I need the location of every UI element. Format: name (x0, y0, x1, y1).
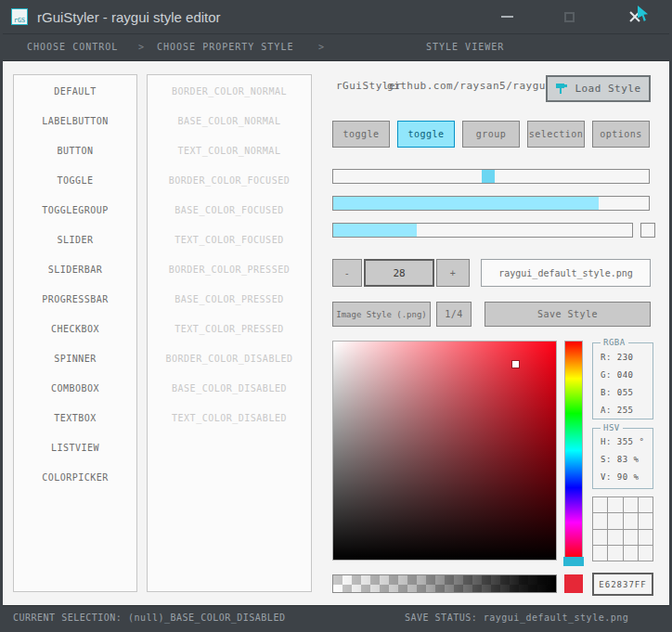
list-item-sliderbar[interactable]: SLIDERBAR (14, 255, 136, 285)
hsv-h-value[interactable]: H: 355 ° (593, 433, 653, 451)
hsv-groupbox: HSV H: 355 ° S: 83 % V: 90 % (592, 428, 653, 489)
current-color-swatch (564, 574, 583, 593)
spinner-minus-button[interactable]: - (332, 259, 362, 287)
section-header-bar: CHOOSE CONTROL > CHOOSE PROPERTY STYLE >… (3, 33, 669, 61)
hex-value-box[interactable]: E62837FF (592, 573, 653, 596)
list-item-base-color-normal[interactable]: BASE_COLOR_NORMAL (148, 107, 311, 136)
maximize-button[interactable] (559, 7, 579, 26)
slider-bar[interactable] (332, 223, 633, 238)
checkbox[interactable] (640, 223, 655, 238)
hsv-title: HSV (601, 423, 623, 432)
list-item-text-color-disabled[interactable]: TEXT_COLOR_DISABLED (148, 404, 311, 433)
hue-bar[interactable] (564, 341, 583, 561)
rgba-a-value[interactable]: A: 255 (593, 402, 653, 419)
chevron-right-icon: > (138, 34, 145, 59)
list-item-combobox[interactable]: COMBOBOX (14, 374, 136, 404)
hsv-v-value[interactable]: V: 90 % (593, 469, 653, 486)
swatch-cell[interactable] (593, 513, 607, 528)
list-item-textbox[interactable]: TEXTBOX (14, 404, 136, 433)
spinner-plus-button[interactable]: + (436, 259, 470, 287)
slider-handle[interactable] (482, 170, 495, 183)
swatch-cell[interactable] (608, 497, 622, 512)
format-combobox[interactable]: Image Style (.png) (332, 302, 431, 327)
swatch-cell[interactable] (624, 530, 638, 545)
property-style-list: BORDER_COLOR_NORMAL BASE_COLOR_NORMAL TE… (147, 74, 312, 592)
filename-textbox[interactable]: raygui_default_style.png (481, 259, 651, 287)
list-item-border-color-focused[interactable]: BORDER_COLOR_FOCUSED (148, 166, 311, 196)
slider-bar-fill (333, 224, 417, 237)
list-item-base-color-disabled[interactable]: BASE_COLOR_DISABLED (148, 374, 311, 404)
controls-list: DEFAULT LABELBUTTON BUTTON TOGGLE TOGGLE… (13, 74, 137, 592)
paint-roller-icon (555, 82, 569, 96)
minimize-button[interactable] (497, 7, 517, 26)
section-style-viewer: STYLE VIEWER (426, 34, 504, 59)
slider[interactable] (332, 169, 650, 184)
swatch-cell[interactable] (639, 530, 653, 545)
saturation-value-panel[interactable] (332, 341, 557, 561)
load-style-button[interactable]: Load Style (546, 75, 651, 102)
list-item-text-color-pressed[interactable]: TEXT_COLOR_PRESSED (148, 315, 311, 344)
list-item-button[interactable]: BUTTON (14, 136, 136, 166)
toggle-button-2[interactable]: group (462, 121, 520, 148)
load-style-label: Load Style (575, 83, 640, 95)
list-item-default[interactable]: DEFAULT (14, 77, 136, 107)
hsv-s-value[interactable]: S: 83 % (593, 451, 653, 469)
toggle-button-3[interactable]: selection (527, 121, 585, 148)
repo-label: github.com/raysan5/raygui (387, 80, 552, 92)
list-item-border-color-pressed[interactable]: BORDER_COLOR_PRESSED (148, 255, 311, 285)
progress-bar (332, 196, 650, 211)
alpha-bar[interactable] (332, 574, 557, 593)
toggle-button-0[interactable]: toggle (332, 121, 390, 148)
swatch-cell[interactable] (639, 546, 653, 561)
color-swatch-grid (592, 497, 653, 561)
swatch-cell[interactable] (624, 497, 638, 512)
swatch-cell[interactable] (624, 513, 638, 528)
swatch-cell[interactable] (593, 497, 607, 512)
swatch-cell[interactable] (624, 546, 638, 561)
list-item-spinner[interactable]: SPINNER (14, 344, 136, 374)
save-style-button[interactable]: Save Style (485, 302, 651, 327)
rgba-groupbox: RGBA R: 230 G: 040 B: 055 A: 255 (592, 342, 653, 419)
list-item-colorpicker[interactable]: COLORPICKER (14, 463, 136, 493)
chevron-right-icon: > (318, 34, 325, 59)
hue-bar-handle[interactable] (563, 557, 584, 566)
rgba-b-value[interactable]: B: 055 (593, 384, 653, 402)
toggle-button-1-active[interactable]: toggle (397, 121, 455, 148)
spinner-value-box[interactable]: 28 (364, 259, 434, 287)
rgba-r-value[interactable]: R: 230 (593, 349, 653, 367)
list-item-toggle[interactable]: TOGGLE (14, 166, 136, 196)
toggle-button-4[interactable]: options (592, 121, 650, 148)
maximize-icon (564, 12, 575, 22)
app-window: rGS rGuiStyler - raygui style editor CHO… (0, 0, 672, 632)
swatch-cell[interactable] (608, 546, 622, 561)
list-item-base-color-focused[interactable]: BASE_COLOR_FOCUSED (148, 196, 311, 226)
list-item-slider[interactable]: SLIDER (14, 226, 136, 255)
list-item-labelbutton[interactable]: LABELBUTTON (14, 107, 136, 136)
swatch-cell[interactable] (639, 497, 653, 512)
list-item-border-color-disabled[interactable]: BORDER_COLOR_DISABLED (148, 344, 311, 374)
list-item-border-color-normal[interactable]: BORDER_COLOR_NORMAL (148, 77, 311, 107)
list-item-togglegroup[interactable]: TOGGLEGROUP (14, 196, 136, 226)
swatch-cell[interactable] (608, 530, 622, 545)
save-status: SAVE STATUS: raygui_default_style.png (405, 606, 628, 629)
swatch-cell[interactable] (593, 546, 607, 561)
section-choose-control: CHOOSE CONTROL (27, 34, 118, 59)
swatch-cell[interactable] (608, 513, 622, 528)
rgba-title: RGBA (601, 338, 628, 347)
rgba-g-value[interactable]: G: 040 (593, 367, 653, 384)
list-item-progressbar[interactable]: PROGRESSBAR (14, 285, 136, 315)
color-selector-marker[interactable] (512, 361, 519, 368)
swatch-cell[interactable] (639, 513, 653, 528)
statusbar: CURRENT SELECTION: (null)_BASE_COLOR_DIS… (3, 605, 669, 630)
list-item-checkbox[interactable]: CHECKBOX (14, 315, 136, 344)
section-choose-property-style: CHOOSE PROPERTY STYLE (157, 34, 293, 59)
list-item-text-color-normal[interactable]: TEXT_COLOR_NORMAL (148, 136, 311, 166)
swatch-cell[interactable] (593, 530, 607, 545)
list-item-listview[interactable]: LISTVIEW (14, 433, 136, 463)
list-item-base-color-pressed[interactable]: BASE_COLOR_PRESSED (148, 285, 311, 315)
progress-bar-fill (333, 197, 599, 210)
list-item-text-color-focused[interactable]: TEXT_COLOR_FOCUSED (148, 226, 311, 255)
app-icon: rGS (11, 8, 28, 25)
minimize-icon (501, 16, 513, 18)
format-count-button[interactable]: 1/4 (436, 302, 472, 327)
